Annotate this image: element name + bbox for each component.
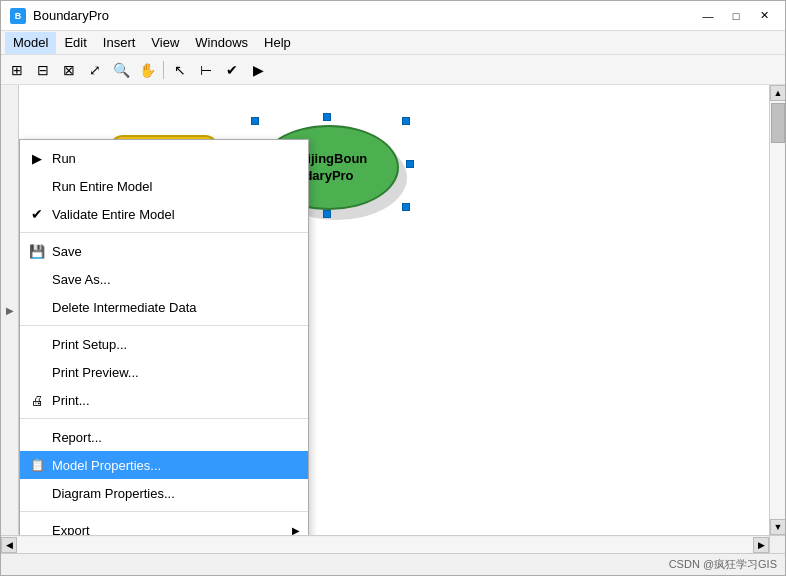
toolbar: ⊞ ⊟ ⊠ ⤢ 🔍 ✋ ↖ ⊢ ✔ ▶: [1, 55, 785, 85]
sep4: [20, 511, 308, 512]
menu-item-print[interactable]: 🖨 Print...: [20, 386, 308, 414]
main-window: B BoundaryPro — □ ✕ Model Edit Insert Vi…: [0, 0, 786, 576]
scrollbar-horizontal[interactable]: ◀ ▶: [1, 536, 769, 553]
menu-item-export[interactable]: Export: [20, 516, 308, 535]
main-area: ▶ Project BeijingBoun daryPro: [1, 85, 785, 535]
selection-handle-tm[interactable]: [323, 113, 331, 121]
menu-item-diagram-properties[interactable]: Diagram Properties...: [20, 479, 308, 507]
scroll-right-btn[interactable]: ▶: [753, 537, 769, 553]
model-dropdown-menu: ▶ Run Run Entire Model ✔ Validate Entire…: [19, 139, 309, 535]
menu-item-save-as[interactable]: Save As...: [20, 265, 308, 293]
selection-handle-tl[interactable]: [251, 117, 259, 125]
toolbar-zoom[interactable]: 🔍: [109, 58, 133, 82]
menu-windows[interactable]: Windows: [187, 32, 256, 54]
menu-item-run-entire[interactable]: Run Entire Model: [20, 172, 308, 200]
menubar: Model Edit Insert View Windows Help: [1, 31, 785, 55]
menu-item-model-properties[interactable]: 📋 Model Properties...: [20, 451, 308, 479]
menu-item-print-setup[interactable]: Print Setup...: [20, 330, 308, 358]
left-panel-arrow: ▶: [6, 305, 14, 316]
toolbar-validate[interactable]: ✔: [220, 58, 244, 82]
menu-item-print-preview[interactable]: Print Preview...: [20, 358, 308, 386]
minimize-button[interactable]: —: [695, 5, 721, 27]
title-bar: B BoundaryPro — □ ✕: [1, 1, 785, 31]
menu-insert[interactable]: Insert: [95, 32, 144, 54]
toolbar-grid1[interactable]: ⊞: [5, 58, 29, 82]
menu-item-report[interactable]: Report...: [20, 423, 308, 451]
selection-handle-br[interactable]: [402, 203, 410, 211]
scrollbar-vertical[interactable]: ▲ ▼: [769, 85, 785, 535]
selection-handle-tr[interactable]: [402, 117, 410, 125]
toolbar-sep: [163, 61, 164, 79]
scroll-track-v[interactable]: [770, 101, 785, 519]
window-controls: — □ ✕: [695, 5, 777, 27]
scroll-thumb-v[interactable]: [771, 103, 785, 143]
sep2: [20, 325, 308, 326]
toolbar-resize[interactable]: ⤢: [83, 58, 107, 82]
menu-edit[interactable]: Edit: [56, 32, 94, 54]
sep3: [20, 418, 308, 419]
sep1: [20, 232, 308, 233]
model-properties-icon: 📋: [28, 456, 46, 474]
toolbar-grid2[interactable]: ⊟: [31, 58, 55, 82]
toolbar-pan[interactable]: ✋: [135, 58, 159, 82]
validate-icon: ✔: [28, 205, 46, 223]
scroll-up-btn[interactable]: ▲: [770, 85, 785, 101]
toolbar-connect[interactable]: ⊢: [194, 58, 218, 82]
menu-help[interactable]: Help: [256, 32, 299, 54]
scroll-down-btn[interactable]: ▼: [770, 519, 785, 535]
menu-item-delete-intermediate[interactable]: Delete Intermediate Data: [20, 293, 308, 321]
canvas-area[interactable]: Project BeijingBoun daryPro: [19, 85, 769, 535]
scroll-left-btn[interactable]: ◀: [1, 537, 17, 553]
scroll-track-h[interactable]: [17, 537, 753, 553]
toolbar-select-all[interactable]: ⊠: [57, 58, 81, 82]
menu-model[interactable]: Model: [5, 32, 56, 54]
menu-view[interactable]: View: [143, 32, 187, 54]
scroll-corner: [769, 536, 785, 554]
close-button[interactable]: ✕: [751, 5, 777, 27]
status-bar: CSDN @疯狂学习GIS: [1, 553, 785, 575]
print-icon: 🖨: [28, 391, 46, 409]
watermark: CSDN @疯狂学习GIS: [669, 557, 777, 572]
app-icon: B: [9, 7, 27, 25]
menu-item-save[interactable]: 💾 Save: [20, 237, 308, 265]
maximize-button[interactable]: □: [723, 5, 749, 27]
run-icon: ▶: [28, 149, 46, 167]
toolbar-pointer[interactable]: ↖: [168, 58, 192, 82]
selection-handle-bm[interactable]: [323, 210, 331, 218]
window-title: BoundaryPro: [33, 8, 695, 23]
save-icon: 💾: [28, 242, 46, 260]
bp-logo: B: [10, 8, 26, 24]
toolbar-run[interactable]: ▶: [246, 58, 270, 82]
left-panel: ▶: [1, 85, 19, 535]
selection-handle-mr[interactable]: [406, 160, 414, 168]
menu-item-run[interactable]: ▶ Run: [20, 144, 308, 172]
menu-item-validate-entire[interactable]: ✔ Validate Entire Model: [20, 200, 308, 228]
bottom-bar: ◀ ▶: [1, 535, 785, 553]
